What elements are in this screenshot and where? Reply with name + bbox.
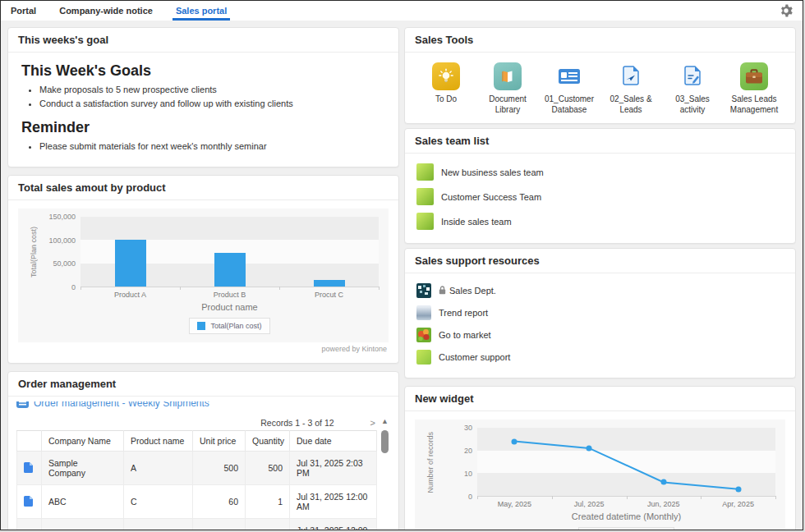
order-app-link-label[interactable]: Order management - Weekly Shipments: [34, 401, 209, 409]
folder-icon: [494, 62, 522, 90]
sales-team-list-title: Sales team list: [405, 129, 795, 154]
record-page-icon[interactable]: [24, 530, 33, 530]
reminder-item: Please submit materials for next week's …: [39, 140, 385, 154]
goals-list: Make proposals to 5 new prospective clie…: [39, 83, 385, 111]
right-column: Sales Tools To Do Document Library: [404, 27, 796, 530]
app-shortcut-label: Sales Leads Management: [724, 94, 784, 115]
reminder-heading: Reminder: [21, 119, 385, 136]
col-unit-price: Unit price: [193, 431, 246, 452]
cell-quantity: 1: [246, 485, 290, 519]
bar-Product A: [115, 240, 146, 287]
order-app-link[interactable]: Order management - Weekly Shipments: [16, 401, 390, 410]
app-shortcut-customer-database[interactable]: 01_Customer Database: [540, 62, 599, 115]
line-chart: Number of records3020100May, 2025Jul, 20…: [415, 420, 785, 530]
table-row[interactable]: Sample Company A 500 500 Jul 31, 2025 2:…: [17, 452, 377, 485]
sales-support-resources-title: Sales support resources: [405, 249, 795, 273]
reminder-list: Please submit materials for next week's …: [39, 140, 385, 154]
cell-due-date: Jul 31, 2025 12:00 AM: [290, 485, 377, 519]
app-shortcut-sales-leads[interactable]: 02_Sales & Leads: [601, 62, 660, 115]
cell-product: A: [124, 452, 193, 485]
orders-header-row: Company Name Product name Unit price Qua…: [17, 431, 377, 452]
lightbulb-icon: [432, 62, 460, 90]
app-shortcut-todo[interactable]: To Do: [416, 62, 476, 115]
trend-thumbnail-icon: [416, 305, 431, 320]
sales-support-resources-card: Sales support resources Sales Dept. Tren…: [404, 248, 796, 378]
tab-portal[interactable]: Portal: [11, 1, 36, 21]
sales-tools-card: Sales Tools To Do Document Library: [404, 27, 796, 124]
app-shortcut-label: 03_Sales activity: [663, 94, 722, 115]
table-row[interactable]: 123 Warehousing B 100 50 Jul 31, 2025 12…: [17, 519, 377, 530]
cell-company: 123 Warehousing: [42, 519, 124, 530]
portal-tab-bar: Portal Company-wide notice Sales portal: [1, 1, 803, 21]
resource-link-sales-dept[interactable]: Sales Dept.: [416, 283, 784, 298]
app-shortcut-sales-leads-management[interactable]: Sales Leads Management: [724, 62, 784, 115]
team-label: Customer Success Team: [441, 192, 541, 202]
org-mosaic-icon: [416, 283, 431, 298]
sales-team-list-card: Sales team list New business sales team …: [404, 128, 796, 244]
cell-unit-price: 60: [193, 485, 246, 519]
resource-link-trend-report[interactable]: Trend report: [416, 305, 784, 320]
cell-unit-price: 100: [193, 519, 246, 530]
resource-link-go-to-market[interactable]: Go to market: [416, 328, 784, 342]
record-page-icon[interactable]: [24, 462, 33, 475]
team-link-customer-success[interactable]: Customer Success Team: [416, 188, 784, 205]
table-row[interactable]: ABC C 60 1 Jul 31, 2025 12:00 AM: [17, 485, 377, 519]
resource-link-customer-support[interactable]: Customer support: [416, 350, 784, 365]
col-due-date: Due date: [290, 431, 377, 452]
order-management-card: Order management Order management - Week…: [7, 371, 399, 530]
sales-tools-card-title: Sales Tools: [405, 28, 795, 53]
resource-label: Go to market: [439, 330, 491, 340]
orders-table: Company Name Product name Unit price Qua…: [16, 430, 377, 530]
cell-company: Sample Company: [42, 452, 124, 485]
new-widget-card: New widget Number of records3020100May, …: [404, 386, 796, 530]
data-point-Jun, 2025: [660, 479, 666, 485]
team-space-icon: [416, 213, 434, 230]
weekly-goal-card: This weeks's goal This Week's Goals Make…: [7, 27, 399, 167]
bar-Procut C: [314, 280, 345, 287]
record-page-icon[interactable]: [24, 496, 33, 508]
resource-label: Trend report: [439, 308, 488, 318]
app-shortcut-document-library[interactable]: Document Library: [478, 62, 537, 115]
order-app-link-clipped: Order management - Weekly Shipments: [16, 401, 390, 412]
col-company-name: Company Name: [42, 431, 124, 452]
team-link-inside-sales[interactable]: Inside sales team: [416, 213, 784, 230]
cell-due-date: Jul 31, 2025 12:00 AM: [290, 519, 377, 530]
tab-company-wide-notice[interactable]: Company-wide notice: [59, 1, 153, 21]
data-point-Jul, 2025: [586, 445, 592, 451]
cell-product: C: [124, 485, 193, 519]
document-plane-icon: [617, 62, 645, 90]
team-label: Inside sales team: [441, 217, 512, 227]
chart-legend: Number of records: [578, 527, 674, 530]
records-pagination-top: Records 1 - 3 of 12 >: [16, 415, 377, 430]
data-point-Apr, 2025: [735, 486, 741, 492]
cell-unit-price: 500: [193, 452, 246, 485]
app-shortcut-sales-activity[interactable]: 03_Sales activity: [663, 62, 722, 115]
weekly-goal-card-title: This weeks's goal: [8, 28, 398, 53]
team-link-new-business[interactable]: New business sales team: [416, 163, 784, 181]
bar-Product B: [214, 253, 246, 287]
left-column: This weeks's goal This Week's Goals Make…: [7, 27, 399, 530]
cell-quantity: 50: [246, 519, 290, 530]
records-count: Records 1 - 3 of 12: [260, 418, 334, 428]
support-thumbnail-icon: [416, 350, 431, 365]
kintone-portal-window: Portal Company-wide notice Sales portal …: [0, 0, 803, 530]
vertical-scroll-thumb[interactable]: [381, 430, 389, 453]
cell-due-date: Jul 31, 2025 2:03 PM: [290, 452, 377, 485]
scroll-up-icon[interactable]: ▲: [381, 417, 389, 425]
sales-by-product-card-title: Total sales amout by product: [8, 176, 398, 200]
app-shortcut-label: 02_Sales & Leads: [601, 94, 660, 115]
tab-sales-portal[interactable]: Sales portal: [176, 1, 227, 21]
id-card-icon: [555, 62, 583, 90]
goal-item: Conduct a satisfaction survey and follow…: [39, 97, 385, 111]
vertical-scrollbar[interactable]: ▲ ▼: [380, 415, 390, 530]
sales-by-product-card: Total sales amout by product Total(Plan …: [7, 175, 399, 364]
col-quantity: Quantity: [246, 431, 290, 452]
goals-heading: This Week's Goals: [21, 62, 385, 80]
team-space-icon: [416, 163, 434, 181]
settings-gear-icon[interactable]: [780, 4, 793, 17]
lock-icon: [439, 283, 446, 298]
goal-item: Make proposals to 5 new prospective clie…: [39, 83, 385, 97]
cell-company: ABC: [42, 485, 124, 519]
app-shortcut-label: To Do: [435, 94, 457, 105]
next-page-chevron-icon[interactable]: >: [370, 418, 375, 428]
